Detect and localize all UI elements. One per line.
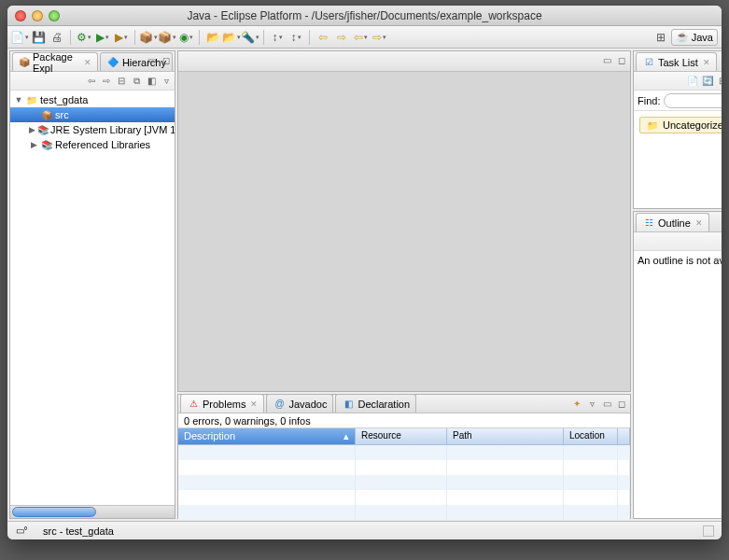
print-button[interactable]: 🖨: [49, 29, 65, 46]
search-button[interactable]: 🔦: [242, 29, 259, 46]
maximize-view-icon[interactable]: ◻: [615, 53, 628, 66]
tree-project[interactable]: ▼ 📁 test_gdata: [10, 92, 175, 107]
perspective-label: Java: [692, 32, 713, 43]
new-task-icon[interactable]: 📄: [686, 75, 699, 88]
new-package-button[interactable]: 📦: [140, 29, 157, 46]
run-button[interactable]: ▶: [94, 29, 111, 46]
tab-outline[interactable]: ☷ Outline ✕: [636, 213, 709, 231]
close-icon[interactable]: ✕: [703, 58, 710, 67]
back-button[interactable]: ⇦: [315, 29, 331, 46]
next-annotation-button[interactable]: ↕: [287, 29, 304, 46]
open-task-button[interactable]: 📂: [223, 29, 240, 46]
editor-tabbar: ▭ ◻: [178, 51, 630, 72]
history-forward-button[interactable]: ⇨: [371, 29, 387, 46]
filter-icon[interactable]: ◧: [145, 75, 158, 88]
new-class-button[interactable]: 📦: [159, 29, 175, 46]
col-description[interactable]: Description ▴: [178, 428, 356, 445]
window-title: Java - Eclipse Platform - /Users/jfisher…: [7, 9, 722, 22]
main-toolbar: 📄 💾 🖨 ⚙ ▶ ▶ 📦 📦 ◉ 📂 📂 🔦 ↕ ↕ ⇦ ⇨ ⇦ ⇨ ⊞ ☕ …: [7, 26, 722, 49]
close-icon[interactable]: ✕: [695, 218, 703, 228]
writable-icon: ▭°: [15, 525, 28, 538]
run-last-button[interactable]: ▶: [113, 29, 130, 46]
nav-annotation-button[interactable]: ↕: [269, 29, 286, 46]
refresh-icon[interactable]: 🔄: [701, 75, 714, 88]
hierarchy-icon: 🔷: [106, 56, 119, 69]
save-button[interactable]: 💾: [30, 29, 47, 46]
find-label: Find:: [638, 95, 660, 106]
problems-icon: ⚠: [187, 398, 200, 411]
package-explorer-icon: 📦: [19, 56, 30, 69]
status-text: src - test_gdata: [43, 525, 114, 537]
tree-src[interactable]: 📦 src: [10, 107, 175, 122]
maximize-view-icon[interactable]: ◻: [615, 397, 628, 410]
perspective-java[interactable]: ☕ Java: [671, 29, 718, 46]
source-folder-icon: 📦: [40, 108, 53, 121]
minimize-view-icon[interactable]: ▭: [600, 397, 613, 410]
minimize-view-icon[interactable]: ▭: [145, 53, 158, 66]
minimize-view-icon[interactable]: ▭: [600, 53, 613, 66]
javadoc-icon: @: [273, 398, 286, 411]
find-input[interactable]: [664, 93, 722, 108]
task-list-body[interactable]: 📁 Uncategorized: [634, 111, 722, 208]
folder-icon: 📁: [646, 119, 659, 132]
collapse-all-icon[interactable]: ⊟: [115, 75, 128, 88]
tab-package-explorer[interactable]: 📦 Package Expl ✕: [12, 52, 98, 71]
library-icon: 📚: [37, 123, 49, 136]
project-icon: 📁: [25, 93, 38, 106]
task-category-uncategorized[interactable]: 📁 Uncategorized: [639, 117, 722, 133]
collapse-all-icon[interactable]: ⊟: [716, 75, 722, 88]
history-back-button[interactable]: ⇦: [352, 29, 369, 46]
tab-declaration[interactable]: ◧ Declaration: [335, 394, 416, 413]
col-path[interactable]: Path: [447, 428, 564, 445]
link-editor-icon[interactable]: ⧉: [130, 75, 143, 88]
task-list-icon: ☑: [642, 56, 655, 69]
close-icon[interactable]: ✕: [84, 58, 91, 67]
problems-summary: 0 errors, 0 warnings, 0 infos: [178, 413, 630, 428]
forward-button[interactable]: ⇨: [333, 29, 350, 46]
debug-button[interactable]: ⚙: [76, 29, 92, 46]
forward-icon[interactable]: ⇨: [100, 75, 113, 88]
horizontal-scrollbar[interactable]: [10, 505, 175, 518]
col-resource[interactable]: Resource: [356, 428, 447, 445]
view-menu-icon[interactable]: ▿: [160, 75, 173, 88]
view-menu-icon[interactable]: ▿: [585, 397, 598, 410]
problems-table-body[interactable]: [178, 445, 630, 520]
tab-javadoc[interactable]: @ Javadoc: [266, 394, 333, 413]
library-icon: 📚: [40, 138, 53, 151]
new-type-button[interactable]: ◉: [177, 29, 194, 46]
outline-icon: ☷: [642, 217, 655, 230]
tab-problems[interactable]: ⚠ Problems ✕: [180, 394, 264, 413]
outline-message: An outline is not available.: [634, 251, 722, 518]
back-icon[interactable]: ⇦: [85, 75, 98, 88]
tree-ref-libs[interactable]: ▶ 📚 Referenced Libraries: [10, 137, 175, 152]
editor-area[interactable]: [178, 72, 630, 391]
new-button[interactable]: 📄: [11, 29, 28, 46]
tree-jre[interactable]: ▶ 📚 JRE System Library [JVM 1.5.0 (M: [10, 122, 175, 137]
focus-task-icon[interactable]: ✦: [570, 397, 583, 410]
tab-task-list[interactable]: ☑ Task List ✕: [636, 52, 717, 71]
declaration-icon: ◧: [342, 398, 355, 411]
titlebar[interactable]: Java - Eclipse Platform - /Users/jfisher…: [7, 6, 722, 26]
col-location[interactable]: Location: [564, 428, 618, 445]
maximize-view-icon[interactable]: ◻: [160, 53, 173, 66]
col-extra[interactable]: [618, 428, 630, 445]
open-perspective-button[interactable]: ⊞: [652, 29, 669, 46]
status-bar: ▭° src - test_gdata: [7, 521, 722, 539]
problems-table-header: Description ▴ Resource Path Location: [178, 428, 630, 445]
close-icon[interactable]: ✕: [250, 399, 258, 409]
package-explorer-tree[interactable]: ▼ 📁 test_gdata 📦 src ▶ 📚 JRE System Libr…: [10, 91, 175, 505]
open-type-button[interactable]: 📂: [204, 29, 221, 46]
status-progress-icon[interactable]: [703, 525, 714, 537]
